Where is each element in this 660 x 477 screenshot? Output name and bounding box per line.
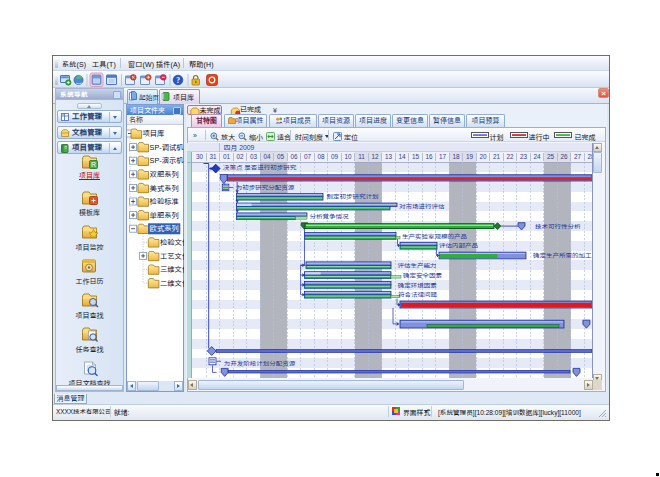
svg-text:19: 19 [466, 153, 474, 160]
svg-text:08: 08 [317, 153, 325, 160]
svg-text:欧式系列: 欧式系列 [150, 224, 179, 233]
svg-text:三维文件: 三维文件 [160, 265, 184, 274]
svg-text:评估生产能力: 评估生产能力 [398, 262, 437, 269]
svg-text:02: 02 [236, 153, 244, 160]
svg-text:决策点 是否进行初步研究: 决策点 是否进行初步研究 [223, 164, 297, 171]
svg-text:23: 23 [520, 153, 528, 160]
svg-text:05: 05 [277, 153, 285, 160]
svg-text:为初步研究分配资源: 为初步研究分配资源 [236, 184, 295, 191]
svg-text:13: 13 [385, 153, 393, 160]
svg-text:26: 26 [560, 153, 568, 160]
svg-text:25: 25 [547, 153, 555, 160]
svg-text:27: 27 [574, 153, 582, 160]
svg-text:四月 2009: 四月 2009 [224, 144, 255, 152]
svg-text:01: 01 [223, 153, 231, 160]
svg-text:11: 11 [358, 153, 365, 160]
svg-text:技术可行性分析: 技术可行性分析 [535, 223, 581, 230]
svg-text:检验标准: 检验标准 [150, 197, 179, 206]
svg-text:SP-演示机系列: SP-演示机系列 [150, 156, 184, 165]
svg-text:对市场进行评估: 对市场进行评估 [399, 203, 445, 210]
svg-text:20: 20 [479, 153, 487, 160]
svg-text:单肥系列: 单肥系列 [150, 211, 179, 220]
svg-text:16: 16 [425, 153, 433, 160]
svg-text:检验文件: 检验文件 [160, 238, 184, 247]
svg-text:10: 10 [344, 153, 352, 160]
svg-text:24: 24 [533, 153, 541, 160]
svg-text:09: 09 [331, 153, 339, 160]
svg-text:R: R [91, 161, 96, 168]
svg-text:项目库: 项目库 [143, 129, 165, 138]
svg-text:二维文件: 二维文件 [160, 279, 184, 288]
svg-text:符合法律问题: 符合法律问题 [398, 291, 438, 298]
svg-text:06: 06 [290, 153, 298, 160]
svg-text:美式系列: 美式系列 [150, 184, 179, 193]
svg-text:双肥系列: 双肥系列 [150, 170, 179, 179]
svg-text:?: ? [176, 76, 180, 85]
svg-text:31: 31 [209, 153, 217, 160]
svg-text:分析竞争情况: 分析竞争情况 [310, 213, 350, 220]
svg-text:30: 30 [196, 153, 204, 160]
svg-text:15: 15 [412, 153, 420, 160]
svg-text:工艺文件: 工艺文件 [160, 252, 184, 261]
svg-text:03: 03 [250, 153, 258, 160]
svg-text:12: 12 [371, 153, 379, 160]
svg-text:评估内部产品: 评估内部产品 [439, 242, 479, 249]
svg-text:确定环境因素: 确定环境因素 [398, 282, 438, 289]
svg-text:04: 04 [263, 153, 271, 160]
svg-text:为开发阶段计划分配资源: 为开发阶段计划分配资源 [224, 360, 296, 367]
svg-text:制定初步研究计划: 制定初步研究计划 [327, 193, 379, 200]
svg-text:确定生产所需的加工: 确定生产所需的加工 [533, 252, 592, 259]
svg-text:确定安全因素: 确定安全因素 [403, 272, 443, 279]
svg-text:07: 07 [304, 153, 312, 160]
svg-text:14: 14 [398, 153, 406, 160]
svg-text:21: 21 [493, 153, 501, 160]
svg-text:生产实验室规模的产品: 生产实验室规模的产品 [402, 233, 468, 240]
svg-text:22: 22 [506, 153, 514, 160]
svg-text:17: 17 [439, 153, 447, 160]
svg-text:SP-调试机系列: SP-调试机系列 [150, 143, 184, 152]
svg-text:18: 18 [452, 153, 460, 160]
